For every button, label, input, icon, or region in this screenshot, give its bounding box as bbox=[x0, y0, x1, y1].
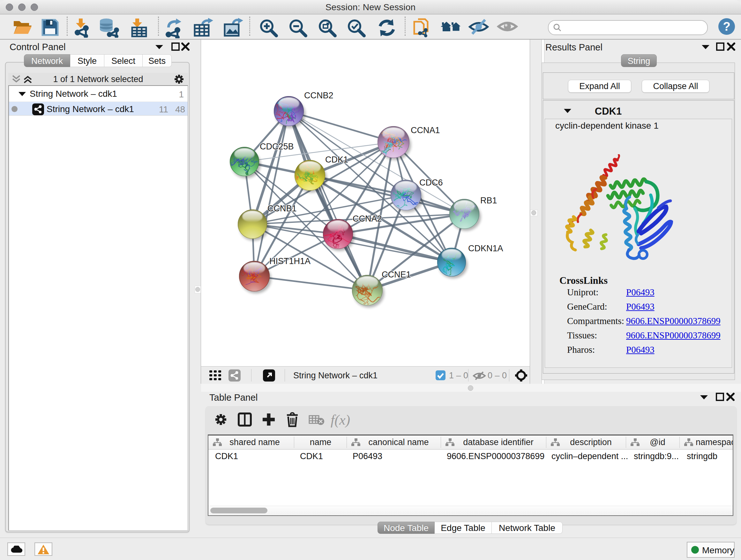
svg-text:RB1: RB1 bbox=[480, 196, 497, 205]
svg-text:CCNA1: CCNA1 bbox=[411, 125, 440, 135]
svg-text:CCNB2: CCNB2 bbox=[304, 91, 333, 100]
svg-text:?: ? bbox=[723, 20, 730, 33]
svg-text:CCNE1: CCNE1 bbox=[382, 270, 411, 279]
svg-text:CDC25B: CDC25B bbox=[260, 142, 294, 151]
svg-text:CDKN1A: CDKN1A bbox=[468, 244, 503, 253]
svg-text:HIST1H1A: HIST1H1A bbox=[269, 256, 311, 266]
svg-text:CCNB1: CCNB1 bbox=[267, 204, 297, 213]
svg-text:CDC6: CDC6 bbox=[419, 178, 443, 187]
svg-text:CCNA2: CCNA2 bbox=[353, 214, 382, 224]
svg-text:CDK1: CDK1 bbox=[325, 155, 348, 165]
